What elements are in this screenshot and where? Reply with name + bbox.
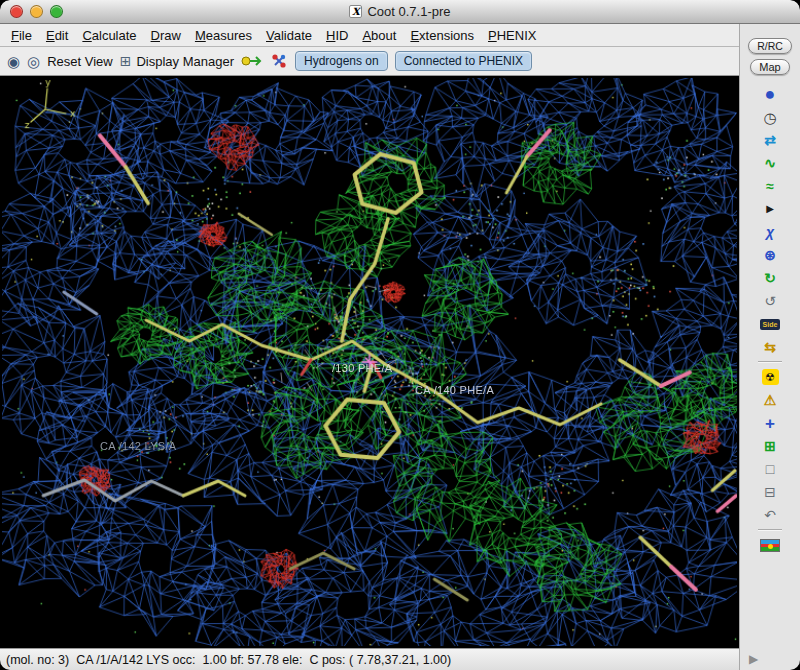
menu-hid[interactable]: HID: [319, 26, 355, 45]
strip-separator: [758, 361, 782, 363]
translate-icon[interactable]: ⇄: [757, 129, 783, 151]
window-title-text: Coot 0.7.1-pre: [367, 4, 450, 19]
main-row: File Edit Calculate Draw Measures Valida…: [0, 24, 800, 670]
right-toolbar: R/RC Map ● ◷ ⇄ ∿ ≈ ▶ χ ⊛ ↻ ↺ Side ⇆ ☢: [739, 24, 800, 670]
display-manager-icon: ⊞: [120, 54, 132, 68]
window-controls: [10, 5, 63, 18]
ligand-builder-icon[interactable]: [270, 53, 288, 69]
play-icon[interactable]: ▶: [757, 198, 783, 220]
x11-icon: X: [349, 5, 362, 18]
menu-calculate[interactable]: Calculate: [75, 26, 143, 45]
add-terminal-residue-icon[interactable]: +: [757, 412, 783, 434]
rrc-button[interactable]: R/RC: [748, 38, 792, 54]
clock-icon[interactable]: ◷: [757, 106, 783, 128]
menu-file[interactable]: File: [4, 26, 39, 45]
coot-window: X Coot 0.7.1-pre File Edit Calculate Dra…: [0, 0, 800, 670]
radiation-icon[interactable]: ☢: [757, 366, 783, 388]
status-text: (mol. no: 3) CA /1/A/142 LYS occ: 1.00 b…: [6, 653, 451, 667]
delete-icon[interactable]: ⊟: [757, 481, 783, 503]
reset-view-button[interactable]: Reset View: [47, 54, 113, 69]
map-button[interactable]: Map: [750, 59, 789, 75]
menu-phenix[interactable]: PHENIX: [481, 26, 543, 45]
radiation-glyph: ☢: [762, 369, 779, 385]
icon-strip: ● ◷ ⇄ ∿ ≈ ▶ χ ⊛ ↻ ↺ Side ⇆ ☢ ⚠ +: [757, 83, 783, 648]
window-title: X Coot 0.7.1-pre: [349, 4, 450, 19]
warning-icon[interactable]: ⚠: [757, 389, 783, 411]
rotamer-icon[interactable]: ↻: [757, 267, 783, 289]
real-space-refine-icon[interactable]: ≈: [757, 175, 783, 197]
gl-canvas[interactable]: [2, 78, 737, 646]
hydrogens-toggle-button[interactable]: Hydrogens on: [295, 51, 388, 71]
menu-edit[interactable]: Edit: [39, 26, 75, 45]
titlebar: X Coot 0.7.1-pre: [0, 0, 800, 24]
menu-validate[interactable]: Validate: [259, 26, 319, 45]
torsion-icon[interactable]: ↺: [757, 290, 783, 312]
box-icon[interactable]: □: [757, 458, 783, 480]
app-column: File Edit Calculate Draw Measures Valida…: [0, 24, 739, 670]
rotate-mode-icon[interactable]: ◉: [7, 54, 20, 69]
menu-extensions[interactable]: Extensions: [403, 26, 481, 45]
menu-about[interactable]: About: [355, 26, 403, 45]
flip-icon[interactable]: ⇆: [757, 336, 783, 358]
corner-area: ▶: [740, 648, 800, 670]
zoom-button[interactable]: [50, 5, 63, 18]
add-atom-icon[interactable]: ⊞: [757, 435, 783, 457]
toolbar: ◉ ◎ Reset View ⊞ Display Manager: [0, 47, 739, 76]
statusbar: (mol. no: 3) CA /1/A/142 LYS occ: 1.00 b…: [0, 648, 739, 670]
flag-icon[interactable]: [757, 534, 783, 556]
navigation-sphere-icon[interactable]: ●: [757, 83, 783, 105]
side-chain-icon[interactable]: Side: [757, 313, 783, 335]
menubar: File Edit Calculate Draw Measures Valida…: [0, 24, 739, 47]
display-manager-button[interactable]: ⊞ Display Manager: [120, 54, 234, 69]
menu-draw[interactable]: Draw: [144, 26, 188, 45]
chi-angles-icon[interactable]: χ: [757, 221, 783, 243]
undo-icon[interactable]: ↶: [757, 504, 783, 526]
go-to-atom-icon[interactable]: [241, 54, 263, 68]
minimize-button[interactable]: [30, 5, 43, 18]
atom-icon[interactable]: ⊛: [757, 244, 783, 266]
ribbon-icon[interactable]: ∿: [757, 152, 783, 174]
gl-scene: /130 PHE/A CA /140 PHE/A CA /142 LYS/A: [0, 76, 739, 648]
strip-separator: [758, 529, 782, 531]
side-chain-badge: Side: [760, 319, 781, 330]
resize-play-icon[interactable]: ▶: [749, 652, 758, 666]
close-button[interactable]: [10, 5, 23, 18]
phenix-connection-button[interactable]: Connected to PHENIX: [395, 51, 532, 71]
display-manager-label: Display Manager: [136, 54, 234, 69]
target-mode-icon[interactable]: ◎: [27, 54, 40, 69]
menu-measures[interactable]: Measures: [188, 26, 259, 45]
